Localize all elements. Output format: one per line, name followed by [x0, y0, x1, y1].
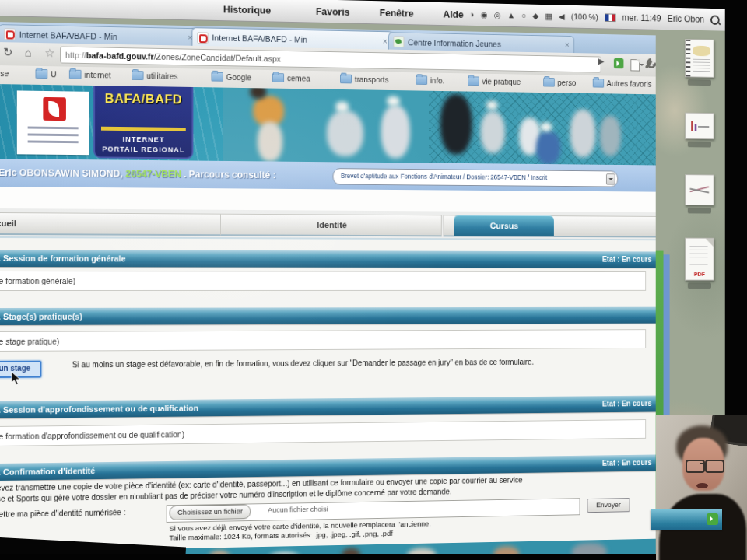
menu-favoris[interactable]: Favoris	[316, 5, 350, 18]
spotlight-icon[interactable]	[710, 15, 720, 25]
desktop-file-icon[interactable]	[685, 39, 714, 86]
tab-close-icon[interactable]: ×	[565, 41, 570, 50]
folder-icon	[211, 72, 223, 82]
timemachine-icon[interactable]: ◎	[494, 10, 501, 20]
user-name: Eric OBONSAWIN SIMOND,	[0, 167, 123, 179]
bafa-favicon	[197, 32, 208, 44]
pdf-label: PDF	[686, 271, 714, 278]
user-suffix: . Parcours consulté :	[184, 169, 275, 180]
keychain-icon[interactable]: ◆	[532, 11, 538, 21]
badge-gold-stripe	[101, 127, 186, 131]
stage-pratique-empty-row: (e stage pratique)	[0, 329, 646, 352]
section-stages-pratiques-header: . Stage(s) pratique(s)	[0, 307, 656, 325]
mouse-cursor	[11, 372, 21, 386]
page-tab-navigation: cueil Identité Cursus	[0, 208, 656, 240]
tab-accueil[interactable]: cueil	[0, 212, 225, 236]
chevron-down-icon	[640, 64, 644, 68]
tab-cursus-active[interactable]: Cursus	[454, 215, 553, 236]
desktop-file-icon[interactable]	[685, 174, 714, 213]
menu-aide[interactable]: Aide	[444, 9, 464, 20]
photo-frame-edge	[0, 554, 747, 560]
choose-file-button[interactable]: Choisissez un fichier	[169, 504, 251, 520]
send-button[interactable]: Envoyer	[587, 498, 630, 513]
bookmark-star-icon[interactable]: ☆	[44, 46, 54, 60]
badge-subtitle-2: PORTAIL REGIONAL	[95, 144, 191, 153]
url-domain: bafa-bafd.gouv.fr	[86, 51, 154, 61]
menu-historique[interactable]: Historique	[223, 4, 271, 16]
section-title: . Session de formation générale	[0, 254, 125, 263]
chevron-down-icon	[652, 64, 655, 68]
folder-icon	[69, 70, 82, 79]
sync-icon[interactable]: ○	[521, 11, 526, 20]
bookmark-label: perso	[557, 78, 576, 87]
bookmark-folder[interactable]: info.	[416, 75, 444, 85]
marianne-icon	[43, 97, 66, 121]
badge-title: BAFA/BAFD	[95, 91, 191, 108]
bookmark-label: cemea	[287, 73, 310, 82]
bookmark-label: U	[51, 69, 56, 79]
battery-status[interactable]: (100 %)	[571, 12, 598, 21]
green-extension-icon	[707, 513, 718, 525]
input-language-flag-icon[interactable]	[605, 13, 615, 22]
select-stepper-icon[interactable]	[606, 173, 615, 184]
folder-icon	[593, 79, 604, 88]
sidebar-toggle-icon[interactable]: ▶	[598, 56, 605, 66]
bookmark-folder[interactable]: utilitaires	[132, 71, 178, 81]
cursus-form: . Session de formation générale Etat : E…	[0, 238, 656, 552]
status-badge: Etat : En cours	[602, 455, 651, 472]
menubar-status-area: ◑ ◉ ◎ ▲ ○ ◆ ▦ ◀ (100 %) mer. 11:49 Eric …	[469, 3, 719, 31]
tab-identite[interactable]: Identité	[220, 214, 442, 237]
bookmark-folder[interactable]: cemea	[272, 73, 310, 83]
user-menu[interactable]: Eric Obon	[668, 13, 705, 24]
folder-icon	[272, 73, 284, 82]
bookmark-folder[interactable]: U	[36, 69, 57, 79]
desktop-file-icon[interactable]	[685, 113, 714, 148]
bookmark-folder[interactable]: transports	[340, 74, 389, 84]
parcours-select[interactable]: Brevet d'aptitude aux Fonctions d'Animat…	[333, 168, 619, 187]
eject-icon[interactable]: ▲	[507, 11, 515, 20]
approfondissement-empty-row: (e formation d'approfondissement ou de q…	[0, 419, 646, 446]
folder-icon	[468, 76, 479, 86]
section-title: . Confirmation d'identité	[0, 466, 95, 477]
tab-close-icon[interactable]: ×	[383, 37, 388, 45]
bookmark-folder[interactable]: Google	[211, 72, 251, 82]
section-title: . Stage(s) pratique(s)	[0, 312, 82, 321]
url-scheme: http://	[65, 51, 86, 60]
other-bookmarks-folder[interactable]: Autres favoris	[593, 79, 652, 89]
desktop-file-label	[688, 208, 711, 214]
airport-icon[interactable]: ◉	[481, 9, 488, 19]
folder-icon	[416, 75, 427, 85]
bookmark-folder[interactable]: perso	[543, 78, 576, 87]
folder-icon	[543, 78, 555, 87]
reload-icon[interactable]: ↻	[3, 45, 12, 59]
bluetooth-icon[interactable]: ◑	[469, 10, 474, 19]
monitor-screen: Historique Favoris Fenêtre Aide ◑ ◉ ◎ ▲ …	[0, 0, 725, 560]
bookmark-label: transports	[355, 75, 389, 84]
banner-photo	[223, 88, 656, 166]
parcours-selected-value: Brevet d'aptitude aux Fonctions d'Animat…	[341, 172, 547, 181]
status-badge: Etat : En cours	[602, 251, 651, 268]
section-approfondissement-header: . Session d'approfondissement ou de qual…	[0, 396, 656, 419]
page-menu-icon[interactable]	[630, 59, 640, 71]
bookmark-label: info.	[430, 75, 444, 85]
republique-francaise-logo	[17, 90, 89, 155]
bookmark-folder[interactable]: vie pratique	[468, 76, 521, 86]
displays-icon[interactable]: ▦	[545, 11, 552, 21]
bookmark-label: vie pratique	[482, 77, 521, 86]
user-code: 26547-VBEN	[125, 169, 181, 180]
url-path: /Zones/ZoneCandidat/Default.aspx	[154, 52, 281, 64]
home-icon[interactable]: ⌂	[25, 46, 32, 59]
menubar-clock[interactable]: mer. 11:49	[622, 12, 661, 23]
folder-icon	[132, 71, 144, 80]
desktop-file-label	[688, 282, 711, 289]
extension-icon[interactable]	[614, 58, 624, 69]
bookmark-folder[interactable]: internet	[69, 70, 111, 80]
webcam-overlay	[656, 415, 747, 560]
notebook-icon	[686, 40, 690, 76]
volume-icon[interactable]: ◀	[559, 12, 565, 22]
tab-title: Internet BAFA/BAFD - Min	[212, 33, 307, 44]
bookmark-item[interactable]: ise	[0, 68, 9, 78]
bafa-bafd-badge: BAFA/BAFD INTERNET PORTAIL REGIONAL	[93, 86, 193, 159]
menu-fenetre[interactable]: Fenêtre	[380, 7, 414, 19]
desktop-pdf-icon[interactable]: PDF	[685, 238, 714, 289]
